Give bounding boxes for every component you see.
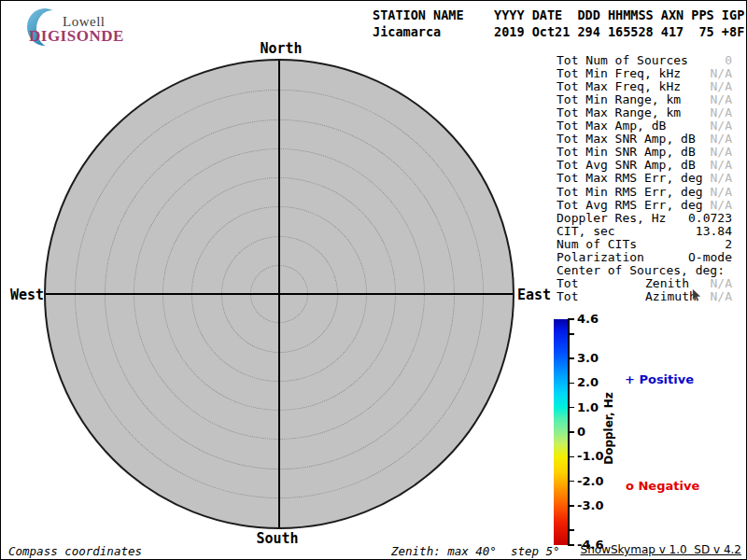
stat-label: Tot Avg RMS Err, deg bbox=[557, 199, 703, 212]
colorbar-tick bbox=[568, 456, 574, 458]
stat-value: N/A bbox=[711, 119, 732, 133]
stat-label: Num of CITs bbox=[557, 238, 637, 251]
stat-label: Tot Max RMS Err, deg bbox=[557, 172, 703, 185]
stat-row: Tot Max SNR Amp, dBN/A bbox=[557, 133, 732, 146]
stat-row: CIT, sec13.84 bbox=[557, 225, 732, 238]
stat-value: 2 bbox=[725, 238, 732, 251]
stat-value: N/A bbox=[711, 67, 732, 80]
compass-label-east: East bbox=[517, 287, 555, 303]
stat-label: Polarization bbox=[557, 251, 644, 264]
stat-value: 0.0723 bbox=[688, 212, 732, 225]
stat-label: CIT, sec bbox=[557, 225, 615, 238]
stat-value: 13.84 bbox=[696, 225, 732, 238]
coordinates-note: Compass coordinates bbox=[8, 544, 142, 558]
colorbar-title: Doppler, Hz bbox=[602, 382, 615, 475]
stat-value: O-mode bbox=[688, 251, 732, 264]
zenith-scale-note: Zenith: max 40° step 5° bbox=[391, 544, 560, 558]
stat-value: N/A bbox=[711, 186, 732, 199]
stat-row: Num of CITs2 bbox=[557, 238, 732, 251]
stat-label: Doppler Res, Hz bbox=[557, 212, 666, 225]
stat-row: PolarizationO-mode bbox=[557, 251, 732, 264]
stat-row: Tot Max Freq, kHzN/A bbox=[557, 80, 732, 93]
lowell-digisonde-logo: Lowell DIGISONDE bbox=[25, 7, 147, 48]
stat-label: Tot Min SNR Amp, dB bbox=[557, 146, 696, 159]
showskymap-window: Lowell DIGISONDE STATION NAME YYYY DATE … bbox=[0, 0, 747, 560]
stat-label: Tot Max Freq, kHz bbox=[557, 80, 681, 93]
stat-label: Tot Min Freq, kHz bbox=[557, 67, 681, 80]
colorbar-tick bbox=[568, 333, 574, 335]
colorbar-tick bbox=[568, 431, 574, 433]
stat-value: N/A bbox=[711, 159, 732, 172]
stat-row: Doppler Res, Hz0.0723 bbox=[557, 212, 732, 225]
colorbar-tick-label: -3.0 bbox=[577, 498, 603, 513]
stat-sublabel: Azimuth bbox=[645, 290, 697, 303]
stat-row: Tot Max Range, kmN/A bbox=[557, 106, 732, 119]
stat-value: N/A bbox=[711, 172, 732, 185]
stat-label: Tot Min RMS Err, deg bbox=[557, 186, 703, 199]
colorbar-tick bbox=[568, 529, 574, 531]
north-south-axis bbox=[278, 61, 280, 527]
header-column-titles: STATION NAME YYYY DATE DDD HHMMSS AXN PP… bbox=[373, 7, 744, 22]
stat-label: Tot Max Amp, dB bbox=[557, 119, 666, 133]
stat-value: N/A bbox=[711, 106, 732, 119]
colorbar-tick bbox=[568, 544, 574, 546]
stat-value: N/A bbox=[711, 80, 732, 93]
stat-row: Tot Avg RMS Err, degN/A bbox=[557, 199, 732, 212]
positive-legend-label: + Positive bbox=[625, 372, 694, 386]
compass-label-north: North bbox=[253, 40, 309, 57]
colorbar-tick-label: 2.0 bbox=[577, 375, 599, 390]
colorbar-tick bbox=[568, 407, 574, 409]
compass-label-west: West bbox=[8, 287, 44, 303]
colorbar-tick-label: -2.0 bbox=[577, 474, 603, 489]
stat-value: N/A bbox=[711, 290, 732, 303]
stat-label: Tot Min Range, km bbox=[557, 93, 681, 106]
colorbar-tick bbox=[568, 318, 574, 320]
stat-label: Center of Sources, deg: bbox=[557, 264, 725, 277]
stat-value: N/A bbox=[711, 277, 732, 290]
stat-row: Tot Min RMS Err, degN/A bbox=[557, 186, 732, 199]
negative-legend-label: o Negative bbox=[626, 479, 699, 493]
colorbar-tick bbox=[568, 505, 574, 507]
colorbar-tick-label: -1.0 bbox=[577, 449, 603, 464]
colorbar-tick-label: 4.6 bbox=[577, 312, 599, 327]
stat-row: TotAzimuthN/A bbox=[557, 290, 732, 303]
version-text: ShowSkymap v 1.0 SD v 4.2 bbox=[581, 543, 741, 556]
stat-label: Tot Num of Sources bbox=[557, 54, 688, 67]
stats-panel: Tot Num of Sources0Tot Min Freq, kHzN/AT… bbox=[557, 54, 732, 306]
stat-value: 0 bbox=[725, 54, 732, 67]
stat-label: Tot bbox=[557, 277, 578, 290]
logo-digisonde-text: DIGISONDE bbox=[29, 27, 124, 46]
header-station-values: Jicamarca 2019 Oct21 294 165528 417 75 +… bbox=[373, 24, 744, 39]
stat-label: Tot Max Range, km bbox=[557, 106, 681, 119]
colorbar-tick-label: 0 bbox=[577, 425, 585, 440]
colorbar-tick bbox=[568, 357, 574, 359]
stat-label: Tot Max SNR Amp, dB bbox=[557, 133, 696, 146]
stat-value: N/A bbox=[711, 199, 732, 212]
stat-sublabel: Zenith bbox=[645, 277, 689, 290]
mouse-cursor-icon bbox=[692, 289, 701, 301]
doppler-colorbar bbox=[554, 319, 568, 545]
stat-label: Tot Avg SNR Amp, dB bbox=[557, 159, 696, 172]
colorbar-tick bbox=[568, 383, 574, 385]
stat-row: Tot Max Amp, dBN/A bbox=[557, 119, 732, 133]
stat-row: Tot Min Range, kmN/A bbox=[557, 93, 732, 106]
skymap-plot bbox=[44, 59, 514, 529]
stat-value: N/A bbox=[711, 133, 732, 146]
stat-value: N/A bbox=[711, 146, 732, 159]
stat-row: Tot Num of Sources0 bbox=[557, 54, 732, 67]
compass-label-south: South bbox=[249, 530, 305, 547]
stat-row: Tot Avg SNR Amp, dBN/A bbox=[557, 159, 732, 172]
station-header: STATION NAME YYYY DATE DDD HHMMSS AXN PP… bbox=[373, 7, 744, 40]
stat-row: Tot Min Freq, kHzN/A bbox=[557, 67, 732, 80]
stat-row: Tot Min SNR Amp, dBN/A bbox=[557, 146, 732, 159]
stat-row: TotZenithN/A bbox=[557, 277, 732, 290]
colorbar-tick-label: 1.0 bbox=[577, 400, 599, 415]
stat-value: N/A bbox=[711, 93, 732, 106]
colorbar-tick bbox=[568, 481, 574, 483]
stat-row: Center of Sources, deg: bbox=[557, 264, 732, 277]
stat-row: Tot Max RMS Err, degN/A bbox=[557, 172, 732, 185]
colorbar-tick-label: 3.0 bbox=[577, 351, 599, 366]
stat-label: Tot bbox=[557, 290, 578, 303]
